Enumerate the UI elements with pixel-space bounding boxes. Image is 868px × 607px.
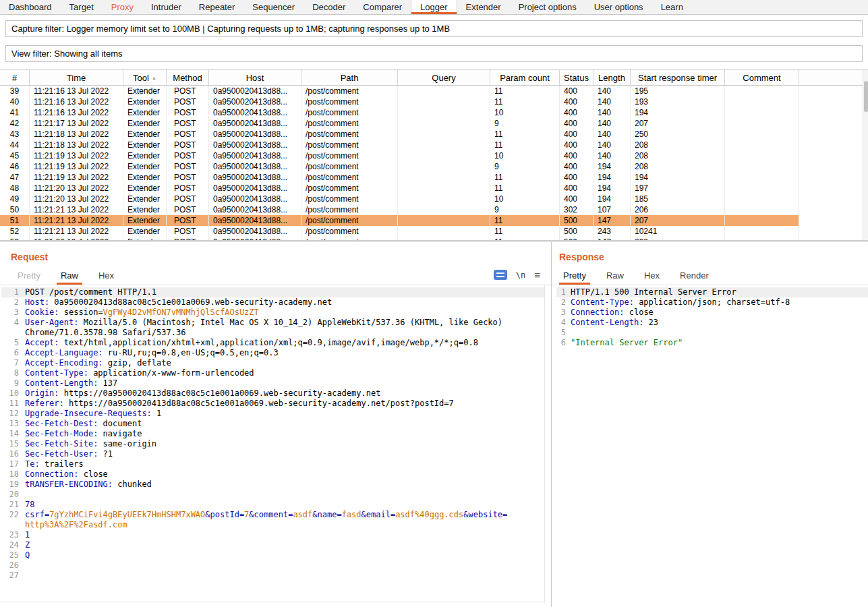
cell-param-count: 11 [490,140,560,150]
main-tab-user-options[interactable]: User options [585,0,652,14]
main-tab-project-options[interactable]: Project options [510,0,585,14]
main-tab-repeater[interactable]: Repeater [190,0,243,14]
log-row-41[interactable]: 4111:21:16 13 Jul 2022ExtenderPOST0a9500… [0,107,863,118]
table-vertical-scrollbar[interactable] [863,70,868,240]
cell-number: 40 [0,96,30,107]
line-text: Origin: https://0a9500020413d88ac08c5c1e… [25,388,509,399]
cell-host: 0a9500020413d88... [209,237,301,241]
newline-toggle-icon[interactable]: \n [516,270,525,280]
main-tab-logger[interactable]: Logger [411,0,457,14]
line-number: 19 [1,480,19,490]
cell-query [398,118,490,129]
log-row-51[interactable]: 5111:21:21 13 Jul 2022ExtenderPOST0a9500… [0,215,863,226]
log-row-53[interactable]: 5311:21:22 13 Jul 2022ExtenderPOST0a9500… [0,237,863,241]
cell-method: POST [167,96,209,107]
cell-query [398,161,490,172]
table-header-row: #TimeTool▲MethodHostPathQueryParam count… [0,70,863,86]
column-header-path[interactable]: Path [301,70,398,85]
line-number: 8 [1,368,19,378]
column-header-length[interactable]: Length [594,70,631,85]
response-tab-render[interactable]: Render [676,270,713,285]
column-header-param-count[interactable]: Param count [490,70,560,85]
column-header-label: Query [432,73,455,83]
line-text: Accept-Language: ru-RU,ru;q=0.8,en-US;q=… [25,348,509,358]
column-header-time[interactable]: Time [30,70,123,85]
header-filler [799,70,863,85]
line-text [25,571,509,581]
scrollbar-thumb[interactable] [864,81,868,112]
cell-comment [725,204,799,215]
line-number: 12 [1,409,19,419]
line-text: Connection: close [571,308,654,318]
log-row-42[interactable]: 4211:21:17 13 Jul 2022ExtenderPOST0a9500… [0,118,863,129]
row-filler [799,150,863,161]
column-header-number[interactable]: # [0,70,30,85]
cell-method: POST [167,215,209,226]
response-tab-pretty[interactable]: Pretty [559,270,590,285]
cell-start-response-timer: 195 [631,86,725,96]
capture-filter-bar[interactable]: Capture filter: Logger memory limit set … [5,20,863,37]
log-row-43[interactable]: 4311:21:18 13 Jul 2022ExtenderPOST0a9500… [0,129,863,140]
log-row-47[interactable]: 4711:21:19 13 Jul 2022ExtenderPOST0a9500… [0,172,863,183]
cell-method: POST [167,86,209,96]
response-tab-raw[interactable]: Raw [602,270,628,285]
log-row-52[interactable]: 5211:21:21 13 Jul 2022ExtenderPOST0a9500… [0,226,863,237]
main-tab-comparer[interactable]: Comparer [354,0,411,14]
main-tab-extender[interactable]: Extender [457,0,510,14]
main-tab-sequencer[interactable]: Sequencer [243,0,303,14]
view-filter-bar[interactable]: View filter: Showing all items [5,45,863,62]
message-editor-area: Request PrettyRawHex \n ≡ 1POST /post/co… [0,241,868,607]
column-header-query[interactable]: Query [398,70,490,85]
response-editor[interactable]: 1HTTP/1.1 500 Internal Server Error2Cont… [552,285,868,602]
cell-method: POST [167,183,209,194]
cell-path: /post/comment [301,226,398,237]
cell-comment [725,194,799,204]
cell-number: 51 [0,215,30,226]
log-row-39[interactable]: 3911:21:16 13 Jul 2022ExtenderPOST0a9500… [0,86,863,96]
cell-path: /post/comment [301,86,398,96]
column-header-method[interactable]: Method [167,70,209,85]
log-row-49[interactable]: 4911:21:20 13 Jul 2022ExtenderPOST0a9500… [0,194,863,204]
cell-method: POST [167,118,209,129]
request-line-3: 3Cookie: session=VgFWy4D2vMfON7vMNMhjQlS… [1,308,544,318]
request-line-14: 14Sec-Fetch-Mode: navigate [1,429,544,439]
cell-param-count: 11 [490,183,560,194]
request-tab-hex[interactable]: Hex [94,270,118,285]
editor-settings-icon[interactable] [494,270,507,280]
column-header-status[interactable]: Status [560,70,594,85]
column-header-start-response-timer[interactable]: Start response timer [631,70,725,85]
log-row-45[interactable]: 4511:21:19 13 Jul 2022ExtenderPOST0a9500… [0,150,863,161]
line-number: 6 [1,348,19,358]
column-header-tool[interactable]: Tool▲ [123,70,167,85]
log-row-48[interactable]: 4811:21:20 13 Jul 2022ExtenderPOST0a9500… [0,183,863,194]
line-number: 4 [1,318,19,328]
response-tab-hex[interactable]: Hex [640,270,664,285]
cell-number: 46 [0,161,30,172]
column-header-host[interactable]: Host [209,70,301,85]
log-row-44[interactable]: 4411:21:18 13 Jul 2022ExtenderPOST0a9500… [0,140,863,150]
request-line-27: 27 [1,571,544,581]
column-header-comment[interactable]: Comment [725,70,799,85]
request-line-10: 10Origin: https://0a9500020413d88ac08c5c… [1,388,544,399]
main-tab-proxy[interactable]: Proxy [103,0,142,14]
cell-start-response-timer: 208 [631,161,725,172]
cell-status: 400 [560,86,594,96]
line-text: Q [25,550,509,560]
main-tab-learn[interactable]: Learn [652,0,692,14]
main-tab-decoder[interactable]: Decoder [303,0,354,14]
log-row-50[interactable]: 5011:21:21 13 Jul 2022ExtenderPOST0a9500… [0,204,863,215]
cell-path: /post/comment [301,172,398,183]
request-editor[interactable]: 1POST /post/comment HTTP/1.12Host: 0a950… [0,285,545,602]
cell-path: /post/comment [301,96,398,107]
cell-comment [725,150,799,161]
main-tab-target[interactable]: Target [61,0,103,14]
log-row-40[interactable]: 4011:21:16 13 Jul 2022ExtenderPOST0a9500… [0,96,863,107]
editor-menu-icon[interactable]: ≡ [534,270,540,280]
log-row-46[interactable]: 4611:21:19 13 Jul 2022ExtenderPOST0a9500… [0,161,863,172]
line-text: Sec-Fetch-Mode: navigate [25,429,509,439]
line-number: 25 [1,550,19,560]
main-tab-intruder[interactable]: Intruder [142,0,190,14]
main-tab-dashboard[interactable]: Dashboard [0,0,61,14]
request-tab-pretty[interactable]: Pretty [13,270,45,285]
request-tab-raw[interactable]: Raw [57,270,82,285]
